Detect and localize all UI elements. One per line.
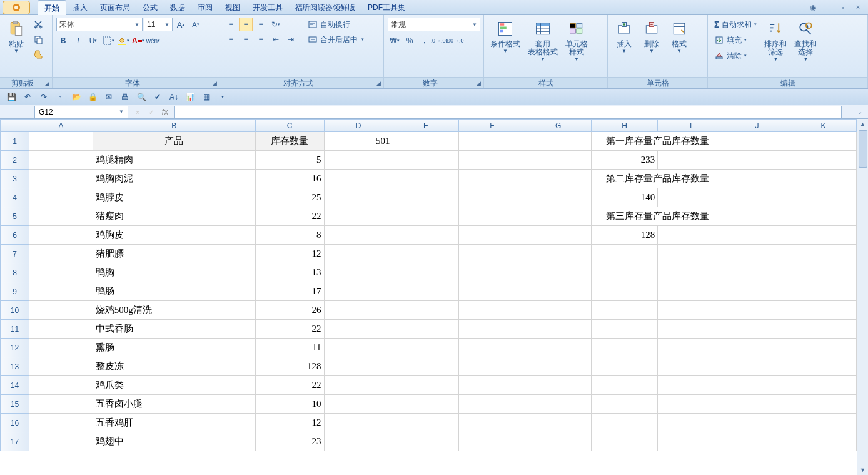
cell-H10[interactable] xyxy=(592,301,658,320)
cell-H5[interactable]: 第三库存量产品库存数量 xyxy=(592,207,724,226)
close-icon[interactable]: × xyxy=(853,3,863,12)
cell-J12[interactable] xyxy=(724,339,790,357)
cell-G7[interactable] xyxy=(525,245,592,263)
cell-K10[interactable] xyxy=(790,301,857,320)
cell-B5[interactable]: 猪瘦肉 xyxy=(93,207,255,226)
cell-D2[interactable] xyxy=(324,151,393,170)
currency-icon[interactable]: ₩▾ xyxy=(388,34,401,48)
find-select-button[interactable]: 查找和 选择▼ xyxy=(792,18,819,77)
cell-J13[interactable] xyxy=(724,357,790,376)
font-size-select[interactable]: 11▼ xyxy=(144,18,173,31)
dialog-launcher-icon[interactable]: ◢ xyxy=(45,78,49,89)
cell-G16[interactable] xyxy=(525,414,592,432)
cell-G1[interactable] xyxy=(525,132,592,151)
row-header-7[interactable]: 7 xyxy=(1,245,29,263)
cell-E17[interactable] xyxy=(393,432,459,451)
row-header-15[interactable]: 15 xyxy=(1,395,29,414)
cell-J11[interactable] xyxy=(724,320,790,339)
cell-D13[interactable] xyxy=(324,357,393,376)
cell-H15[interactable] xyxy=(592,395,658,414)
cell-G5[interactable] xyxy=(525,207,592,226)
cell-B7[interactable]: 猪肥膘 xyxy=(93,245,255,263)
cell-K6[interactable] xyxy=(790,226,857,245)
cell-A9[interactable] xyxy=(29,282,93,301)
cell-B13[interactable]: 整皮冻 xyxy=(93,357,255,376)
spelling-icon[interactable]: ✔ xyxy=(151,91,164,103)
cell-E5[interactable] xyxy=(393,207,459,226)
align-bottom-icon[interactable]: ≡ xyxy=(254,18,268,31)
cell-D14[interactable] xyxy=(324,376,393,395)
cell-G2[interactable] xyxy=(525,151,592,170)
cell-E12[interactable] xyxy=(393,339,459,357)
sort-asc-icon[interactable]: A↓ xyxy=(168,91,180,103)
col-header-E[interactable]: E xyxy=(393,120,459,132)
phonetic-icon[interactable]: wén▾ xyxy=(146,34,160,48)
row-header-13[interactable]: 13 xyxy=(1,357,29,376)
font-color-icon[interactable]: A▾ xyxy=(131,34,145,48)
underline-icon[interactable]: U▾ xyxy=(86,34,100,48)
col-header-H[interactable]: H xyxy=(592,120,658,132)
cell-E4[interactable] xyxy=(393,188,459,207)
col-header-C[interactable]: C xyxy=(255,120,324,132)
cell-H17[interactable] xyxy=(592,432,658,451)
cell-J17[interactable] xyxy=(724,432,790,451)
cell-D17[interactable] xyxy=(324,432,393,451)
row-header-6[interactable]: 6 xyxy=(1,226,29,245)
cell-E13[interactable] xyxy=(393,357,459,376)
cell-F7[interactable] xyxy=(459,245,525,263)
cell-J14[interactable] xyxy=(724,376,790,395)
cell-E11[interactable] xyxy=(393,320,459,339)
cell-K13[interactable] xyxy=(790,357,857,376)
cell-C9[interactable]: 17 xyxy=(255,282,324,301)
permission-icon[interactable]: 🔒 xyxy=(86,91,99,103)
cell-A3[interactable] xyxy=(29,170,93,188)
align-left-icon[interactable]: ≡ xyxy=(224,33,238,46)
cell-C11[interactable]: 22 xyxy=(255,320,324,339)
cut-icon[interactable] xyxy=(31,18,45,31)
cell-J6[interactable] xyxy=(724,226,790,245)
copy-icon[interactable] xyxy=(31,33,45,46)
cell-C7[interactable]: 12 xyxy=(255,245,324,263)
row-header-5[interactable]: 5 xyxy=(1,207,29,226)
sort-filter-button[interactable]: 排序和 筛选▼ xyxy=(762,18,789,77)
wrap-text-button[interactable]: 自动换行 xyxy=(305,18,366,31)
cell-C16[interactable]: 12 xyxy=(255,414,324,432)
cell-K4[interactable] xyxy=(790,188,857,207)
cell-A16[interactable] xyxy=(29,414,93,432)
scroll-down-icon[interactable]: ▼ xyxy=(860,465,865,475)
cell-F6[interactable] xyxy=(459,226,525,245)
cell-H2[interactable]: 233 xyxy=(592,151,658,170)
tab-2[interactable]: 页面布局 xyxy=(94,0,136,15)
tab-6[interactable]: 视图 xyxy=(219,0,246,15)
cancel-icon[interactable]: ✕ xyxy=(131,108,144,116)
fx-icon[interactable]: fx xyxy=(158,108,172,116)
cell-J5[interactable] xyxy=(724,207,790,226)
decrease-indent-icon[interactable]: ⇤ xyxy=(269,33,283,46)
cell-J4[interactable] xyxy=(724,188,790,207)
cell-D10[interactable] xyxy=(324,301,393,320)
cell-I8[interactable] xyxy=(658,263,724,282)
mail-icon[interactable]: ✉ xyxy=(103,91,115,103)
cell-J9[interactable] xyxy=(724,282,790,301)
cell-I14[interactable] xyxy=(658,376,724,395)
expand-formula-icon[interactable]: ⌄ xyxy=(854,108,865,115)
cell-J7[interactable] xyxy=(724,245,790,263)
cell-I17[interactable] xyxy=(658,432,724,451)
orientation-icon[interactable]: ↻▾ xyxy=(269,18,283,31)
cell-E3[interactable] xyxy=(393,170,459,188)
cell-E9[interactable] xyxy=(393,282,459,301)
cell-H7[interactable] xyxy=(592,245,658,263)
cell-C3[interactable]: 16 xyxy=(255,170,324,188)
cell-I9[interactable] xyxy=(658,282,724,301)
cell-B12[interactable]: 熏肠 xyxy=(93,339,255,357)
cell-D3[interactable] xyxy=(324,170,393,188)
cell-A11[interactable] xyxy=(29,320,93,339)
cell-F16[interactable] xyxy=(459,414,525,432)
cell-D4[interactable] xyxy=(324,188,393,207)
cell-G10[interactable] xyxy=(525,301,592,320)
fill-color-icon[interactable]: ▾ xyxy=(116,34,130,48)
col-header-G[interactable]: G xyxy=(525,120,592,132)
cell-B6[interactable]: 鸡胸皮 xyxy=(93,226,255,245)
cell-E8[interactable] xyxy=(393,263,459,282)
tab-8[interactable]: 福昕阅读器领鲜版 xyxy=(289,0,361,15)
